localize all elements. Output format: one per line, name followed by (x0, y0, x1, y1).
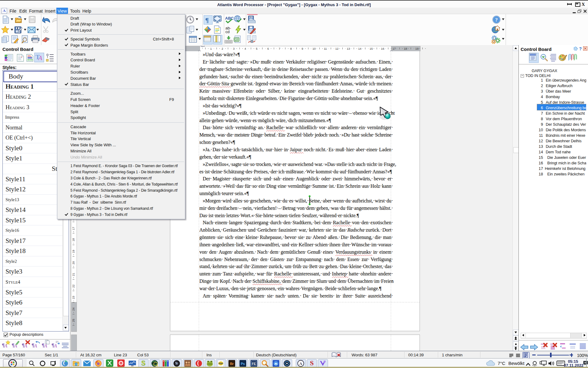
svg-text:A: A (299, 361, 302, 366)
svg-text:PDF: PDF (219, 362, 223, 365)
svg-text:Ps: Ps (241, 362, 245, 366)
svg-text:FE: FE (252, 362, 256, 366)
svg-text:Br: Br (230, 362, 234, 366)
svg-text:?: ? (495, 17, 498, 23)
